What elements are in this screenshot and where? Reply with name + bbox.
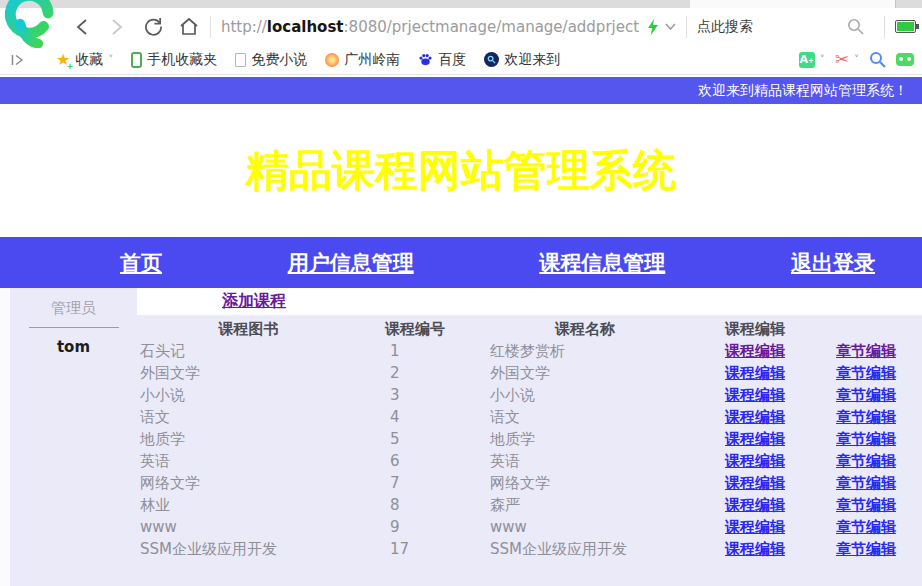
bookmark-free-novels[interactable]: 免费小说: [235, 51, 307, 69]
toolbar-separator3: [884, 16, 885, 38]
course-edit-link[interactable]: 课程编辑: [725, 386, 785, 404]
translate-icon: A₊: [799, 52, 815, 68]
toolbar-separator: [210, 16, 211, 38]
baidu-paw-icon: [418, 52, 433, 67]
course-edit-link[interactable]: 课程编辑: [725, 452, 785, 470]
chapter-edit-link[interactable]: 章节编辑: [836, 386, 896, 404]
course-edit-link[interactable]: 课程编辑: [725, 518, 785, 536]
translate-button[interactable]: A₊ ˅: [799, 52, 825, 68]
main-nav: 首页 用户信息管理 课程信息管理 退出登录: [0, 237, 922, 288]
nav-home-link[interactable]: 首页: [120, 249, 162, 277]
course-edit-link[interactable]: 课程编辑: [725, 408, 785, 426]
active-tab[interactable]: [690, 0, 895, 8]
chapter-edit-link[interactable]: 章节编辑: [836, 364, 896, 382]
chapter-edit-link[interactable]: 章节编辑: [836, 540, 896, 558]
course-book-cell: 英语: [137, 450, 360, 472]
course-id-cell: 17: [360, 538, 470, 560]
chapter-edit-link[interactable]: 章节编辑: [836, 430, 896, 448]
course-edit-link[interactable]: 课程编辑: [725, 364, 785, 382]
left-margin-strip: [0, 288, 10, 586]
search-box[interactable]: 点此搜索: [697, 18, 874, 36]
page-icon: [235, 53, 246, 67]
home-button[interactable]: [178, 16, 200, 38]
tab-separator: [895, 0, 896, 8]
scissors-icon: ✂: [835, 51, 849, 68]
add-course-link[interactable]: 添加课程: [222, 291, 286, 312]
course-id-cell: 5: [360, 428, 470, 450]
chevron-down-icon: ˅: [820, 54, 825, 65]
course-book-cell: www: [137, 516, 360, 538]
table-row: 英语 6 英语 课程编辑 章节编辑: [137, 450, 922, 472]
col-header-name: 课程名称: [470, 315, 700, 340]
col-header-blank: [810, 315, 922, 340]
bookmark-guangzhou-lingnan[interactable]: 广州岭南: [325, 51, 400, 69]
table-row: 林业 8 森严 课程编辑 章节编辑: [137, 494, 922, 516]
reload-button[interactable]: [142, 16, 164, 38]
course-id-cell: 1: [360, 340, 470, 362]
course-book-cell: 林业: [137, 494, 360, 516]
chapter-edit-link[interactable]: 章节编辑: [836, 518, 896, 536]
toolbar-separator2: [686, 16, 687, 38]
col-header-id: 课程编号: [360, 315, 470, 340]
favorites-button[interactable]: ★＋ 收藏 ˅: [56, 51, 113, 69]
nav-user-management-link[interactable]: 用户信息管理: [288, 249, 414, 277]
bookmark-baidu[interactable]: 百度: [418, 51, 466, 69]
chevron-down-icon: ˅: [108, 54, 113, 65]
add-course-bar: 添加课程: [137, 288, 922, 315]
sidebar: 管理员 tom: [10, 288, 137, 586]
browser-window: http://localhost:8080/prjectmanage/manag…: [0, 0, 922, 586]
course-id-cell: 9: [360, 516, 470, 538]
star-icon: ★＋: [56, 52, 70, 68]
sidebar-divider: [29, 327, 119, 328]
search-icon[interactable]: [847, 18, 864, 35]
course-book-cell: 石头记: [137, 340, 360, 362]
table-row: 地质学 5 地质学 课程编辑 章节编辑: [137, 428, 922, 450]
table-row: 外国文学 2 外国文学 课程编辑 章节编辑: [137, 362, 922, 384]
table-row: 语文 4 语文 课程编辑 章节编辑: [137, 406, 922, 428]
table-row: SSM企业级应用开发 17 SSM企业级应用开发 课程编辑 章节编辑: [137, 538, 922, 560]
course-name-cell: 英语: [470, 450, 700, 472]
col-header-book: 课程图书: [137, 315, 360, 340]
course-book-cell: 小小说: [137, 384, 360, 406]
nav-logout-link[interactable]: 退出登录: [791, 249, 875, 277]
table-header-row: 课程图书 课程编号 课程名称 课程编辑: [137, 315, 922, 340]
bookmark-mobile-favorites[interactable]: 手机收藏夹: [131, 51, 217, 69]
course-book-cell: 地质学: [137, 428, 360, 450]
battery-status-icon[interactable]: [895, 20, 916, 33]
url-scheme: http://: [221, 18, 267, 36]
browser-logo-icon[interactable]: [4, 0, 58, 48]
welcome-banner-text: 欢迎来到精品课程网站管理系统！: [698, 82, 908, 100]
content-area: 管理员 tom 添加课程 课程图书 课程编号 课程名称 课程编辑: [0, 288, 922, 586]
chapter-edit-link[interactable]: 章节编辑: [836, 452, 896, 470]
games-button[interactable]: [896, 53, 914, 66]
phone-icon: [131, 52, 142, 68]
chapter-edit-link[interactable]: 章节编辑: [836, 408, 896, 426]
back-button[interactable]: [70, 16, 92, 38]
zoom-search-button[interactable]: [869, 51, 886, 68]
site-title: 精品课程网站管理系统: [246, 142, 676, 200]
favorites-label: 收藏: [75, 51, 103, 69]
sidebar-expand-button[interactable]: [10, 53, 24, 67]
tab-strip: [0, 0, 922, 8]
nav-course-management-link[interactable]: 课程信息管理: [539, 249, 665, 277]
course-id-cell: 2: [360, 362, 470, 384]
course-edit-link[interactable]: 课程编辑: [725, 496, 785, 514]
course-edit-link[interactable]: 课程编辑: [725, 430, 785, 448]
screenshot-button[interactable]: ✂ ˅: [835, 51, 859, 68]
chevron-down-icon[interactable]: [665, 23, 676, 30]
browser-toolbar: http://localhost:8080/prjectmanage/manag…: [0, 8, 922, 45]
lightning-icon[interactable]: [647, 19, 659, 35]
forward-button[interactable]: [106, 16, 128, 38]
chapter-edit-link[interactable]: 章节编辑: [836, 474, 896, 492]
bookmark-welcome[interactable]: 欢迎来到: [484, 51, 560, 69]
hero-section: 精品课程网站管理系统: [0, 104, 922, 237]
expand-panel-icon: [10, 53, 24, 67]
course-edit-link[interactable]: 课程编辑: [725, 474, 785, 492]
course-name-cell: www: [470, 516, 700, 538]
course-edit-link[interactable]: 课程编辑: [725, 342, 785, 360]
course-id-cell: 3: [360, 384, 470, 406]
chapter-edit-link[interactable]: 章节编辑: [836, 342, 896, 360]
address-bar[interactable]: http://localhost:8080/prjectmanage/manag…: [221, 18, 676, 36]
course-edit-link[interactable]: 课程编辑: [725, 540, 785, 558]
chapter-edit-link[interactable]: 章节编辑: [836, 496, 896, 514]
